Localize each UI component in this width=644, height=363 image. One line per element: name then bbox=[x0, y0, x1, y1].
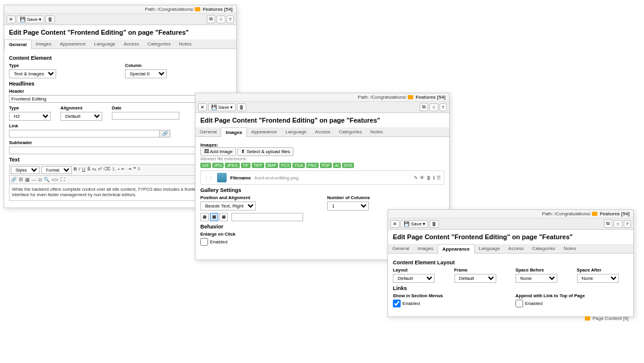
path-page[interactable]: Features [54] bbox=[416, 94, 445, 100]
layout-select[interactable]: Default bbox=[393, 274, 435, 283]
tab-categories[interactable]: Categories bbox=[144, 39, 175, 48]
delete-button[interactable]: 🗑 bbox=[429, 220, 439, 228]
char-icon[interactable]: Ω bbox=[38, 177, 42, 182]
tab-images[interactable]: Images bbox=[413, 244, 437, 253]
bookmark-button[interactable]: ☆ bbox=[429, 103, 438, 111]
add-image-button[interactable]: 🖼 Add image bbox=[200, 147, 236, 156]
bookmark-button[interactable]: ☆ bbox=[614, 220, 622, 228]
pos-above-center-icon[interactable]: ▦ bbox=[200, 213, 209, 221]
outdent-icon[interactable]: ⇤ bbox=[121, 166, 126, 174]
space-before-select[interactable]: None bbox=[515, 274, 557, 283]
maximize-icon[interactable]: ⛶ bbox=[60, 177, 65, 182]
file-thumb-icon bbox=[217, 173, 227, 182]
tab-general[interactable]: General bbox=[196, 127, 221, 136]
tab-general[interactable]: General bbox=[388, 244, 413, 253]
rte-styles[interactable]: Styles bbox=[11, 166, 39, 174]
sup-icon[interactable]: x² bbox=[98, 166, 102, 174]
unlink-icon[interactable]: ⛓ bbox=[19, 177, 23, 182]
open-new-button[interactable]: ⧉ bbox=[420, 103, 428, 111]
show-menus-checkbox[interactable] bbox=[393, 300, 401, 307]
tab-general[interactable]: General bbox=[4, 39, 32, 49]
tab-access[interactable]: Access bbox=[504, 244, 528, 253]
tab-language[interactable]: Language bbox=[475, 244, 505, 253]
tab-appearance[interactable]: Appearance bbox=[56, 39, 90, 48]
num-cols-select[interactable]: 1 bbox=[327, 202, 369, 211]
tab-access[interactable]: Access bbox=[120, 39, 144, 48]
frame-select[interactable]: Default bbox=[454, 274, 496, 283]
pos-align-select[interactable]: Beside Text, Right bbox=[200, 202, 256, 211]
hr-icon[interactable]: ― bbox=[32, 177, 36, 182]
column-select[interactable]: Special 0 bbox=[125, 69, 167, 78]
underline-icon[interactable]: U bbox=[82, 166, 86, 174]
delete-button[interactable]: 🗑 bbox=[45, 16, 55, 23]
tab-appearance[interactable]: Appearance bbox=[247, 127, 281, 136]
link-picker-button[interactable]: 🔗 bbox=[160, 130, 170, 138]
delete-button[interactable]: 🗑 bbox=[237, 103, 246, 111]
indent-icon[interactable]: ⇥ bbox=[127, 166, 132, 174]
path-value[interactable]: /Congratulations/ bbox=[370, 94, 406, 100]
tabs: General Images Appearance Language Acces… bbox=[4, 39, 236, 49]
pos-intext-icon[interactable]: ▦ bbox=[219, 213, 228, 221]
path-value[interactable]: /Congratulations/ bbox=[157, 7, 193, 12]
footer-ref[interactable]: Page Content [9] bbox=[388, 313, 633, 324]
bold-icon[interactable]: B bbox=[74, 166, 77, 174]
tab-notes[interactable]: Notes bbox=[175, 39, 196, 48]
path-page[interactable]: Features [54] bbox=[203, 7, 233, 12]
link-icon[interactable]: 🔗 bbox=[11, 177, 17, 182]
edit-icon[interactable]: ✎ bbox=[414, 175, 418, 181]
type2-select[interactable]: H2 bbox=[9, 112, 51, 121]
tab-notes[interactable]: Notes bbox=[366, 127, 387, 136]
source-icon[interactable]: </> bbox=[51, 177, 59, 182]
pos-value-input[interactable] bbox=[231, 213, 303, 221]
sub-icon[interactable]: x₂ bbox=[92, 166, 96, 174]
select-upload-button[interactable]: ⬆ Select & upload files bbox=[237, 147, 294, 156]
rte-format[interactable]: Format bbox=[41, 166, 72, 174]
close-button[interactable]: ✕ bbox=[390, 220, 399, 228]
table-icon[interactable]: ▦ bbox=[25, 177, 30, 182]
alignment-select[interactable]: Default bbox=[60, 112, 102, 121]
help-button[interactable]: ? bbox=[439, 103, 447, 111]
tab-images[interactable]: Images bbox=[221, 127, 247, 137]
remove-format-icon[interactable]: ⌫ bbox=[103, 166, 110, 174]
italic-icon[interactable]: I bbox=[79, 166, 80, 174]
tab-appearance[interactable]: Appearance bbox=[438, 244, 475, 254]
info-icon[interactable]: ℹ bbox=[433, 175, 435, 181]
link-input[interactable] bbox=[9, 130, 160, 138]
open-new-button[interactable]: ⧉ bbox=[207, 15, 215, 23]
strike-icon[interactable]: S̶ bbox=[87, 166, 90, 174]
help-button[interactable]: ? bbox=[227, 16, 234, 23]
find-icon[interactable]: 🔍 bbox=[44, 177, 50, 182]
enlarge-checkbox[interactable] bbox=[200, 238, 208, 246]
file-row[interactable]: ⋮⋮ Filename front-end-editing.png ✎ 👁 🗑 … bbox=[200, 170, 444, 185]
date-input[interactable] bbox=[112, 112, 179, 120]
help-button[interactable]: ? bbox=[624, 220, 631, 228]
tab-access[interactable]: Access bbox=[311, 127, 335, 136]
bookmark-button[interactable]: ☆ bbox=[216, 16, 225, 23]
tab-language[interactable]: Language bbox=[90, 39, 120, 48]
space-after-select[interactable]: None bbox=[577, 274, 619, 283]
pos-beside-right-icon[interactable]: ▦ bbox=[210, 213, 218, 221]
tab-categories[interactable]: Categories bbox=[528, 244, 560, 253]
tab-categories[interactable]: Categories bbox=[335, 127, 367, 136]
save-button[interactable]: 💾 Save ▾ bbox=[401, 220, 428, 228]
drag-handle-icon[interactable]: ⋮⋮ bbox=[204, 175, 213, 181]
open-new-button[interactable]: ⧉ bbox=[604, 219, 612, 228]
hide-icon[interactable]: 👁 bbox=[420, 175, 425, 181]
delete-file-icon[interactable]: 🗑 bbox=[426, 175, 431, 181]
quote-icon[interactable]: ❝ bbox=[133, 166, 136, 174]
append-top-checkbox[interactable] bbox=[515, 300, 523, 307]
menu-icon[interactable]: ☰ bbox=[437, 175, 441, 181]
list-ol-icon[interactable]: 1. bbox=[112, 166, 116, 174]
tab-language[interactable]: Language bbox=[281, 127, 311, 136]
close-button[interactable]: ✕ bbox=[7, 16, 16, 23]
type-select[interactable]: Text & Images bbox=[9, 69, 56, 78]
path-page[interactable]: Features [54] bbox=[600, 211, 630, 216]
path-value[interactable]: /Congratulations/ bbox=[554, 211, 590, 216]
list-ul-icon[interactable]: • bbox=[118, 166, 120, 174]
save-button[interactable]: 💾 Save ▾ bbox=[17, 16, 44, 23]
close-button[interactable]: ✕ bbox=[198, 103, 207, 111]
save-button[interactable]: 💾 Save ▾ bbox=[208, 103, 236, 111]
tab-notes[interactable]: Notes bbox=[560, 244, 581, 253]
tab-images[interactable]: Images bbox=[32, 39, 56, 48]
align-left-icon[interactable]: ≡ bbox=[138, 166, 141, 174]
